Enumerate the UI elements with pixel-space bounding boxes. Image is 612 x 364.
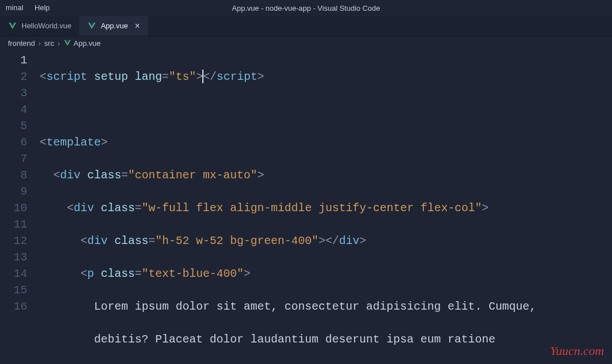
line-number: 15 <box>0 282 27 298</box>
tab-label: HelloWorld.vue <box>22 22 71 30</box>
code-line[interactable]: Lorem ipsum dolor sit amet, consectetur … <box>40 298 612 315</box>
tab-label: App.vue <box>101 22 128 30</box>
line-number: 16 <box>0 298 27 315</box>
line-number: 6 <box>0 134 27 151</box>
crumb-frontend[interactable]: frontend <box>8 39 35 48</box>
line-number: 5 <box>0 118 27 134</box>
breadcrumb: frontend › src › App.vue <box>0 36 612 50</box>
line-number: 12 <box>0 233 27 249</box>
line-number: 10 <box>0 200 27 216</box>
vue-icon <box>87 22 96 31</box>
line-number: 11 <box>0 216 27 233</box>
close-icon[interactable]: × <box>135 22 140 31</box>
window-title: App.vue - node-vue-app - Visual Studio C… <box>0 4 612 12</box>
watermark: Yuucn.com <box>550 344 604 358</box>
line-number: 3 <box>0 85 27 101</box>
code-line[interactable]: debitis? Placeat dolor laudantium deseru… <box>40 331 612 348</box>
crumb-src[interactable]: src <box>44 39 54 48</box>
crumb-app[interactable]: App.vue <box>74 39 101 48</box>
line-gutter: 1 2 3 4 5 6 7 8 9 10 11 12 13 14 15 16 <box>0 52 40 364</box>
line-number: 1 <box>0 52 27 68</box>
code-line[interactable]: <script setup lang="ts"></script> <box>40 68 612 85</box>
menu-bar: minal Help App.vue - node-vue-app - Visu… <box>0 0 612 16</box>
tab-bar: HelloWorld.vue App.vue × <box>0 16 612 36</box>
code-editor[interactable]: 1 2 3 4 5 6 7 8 9 10 11 12 13 14 15 16 <… <box>0 50 612 364</box>
code-line[interactable]: <div class="w-full flex align-middle jus… <box>40 200 612 216</box>
tab-app[interactable]: App.vue × <box>79 16 148 36</box>
line-number: 4 <box>0 101 27 118</box>
menu-item-terminal[interactable]: minal <box>0 0 29 16</box>
tab-helloworld[interactable]: HelloWorld.vue <box>0 16 79 36</box>
code-line[interactable] <box>40 101 612 118</box>
line-number: 14 <box>0 265 27 282</box>
chevron-right-icon: › <box>56 39 61 48</box>
line-number: 13 <box>0 249 27 265</box>
code-line[interactable]: <p class="text-blue-400"> <box>40 265 612 282</box>
code-line[interactable]: <div class="container mx-auto"> <box>40 167 612 183</box>
chevron-right-icon: › <box>37 39 42 48</box>
vue-icon <box>8 22 17 31</box>
vue-icon <box>63 39 71 47</box>
line-number: 9 <box>0 183 27 200</box>
line-number: 8 <box>0 167 27 183</box>
line-number: 7 <box>0 151 27 167</box>
code-line[interactable]: <div class="h-52 w-52 bg-green-400"></di… <box>40 233 612 249</box>
code-area[interactable]: <script setup lang="ts"></script> <templ… <box>40 52 612 364</box>
line-number: 2 <box>0 68 27 85</box>
menu-item-help[interactable]: Help <box>29 0 56 16</box>
code-line[interactable]: <template> <box>40 134 612 151</box>
